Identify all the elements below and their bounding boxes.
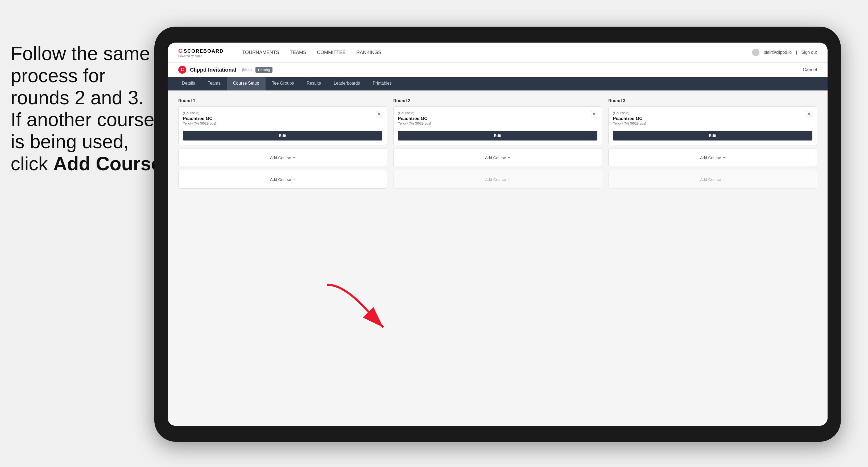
- scoreboard-logo: C SCOREBOARD Powered by clippd: [178, 48, 223, 58]
- round-1-remove-button[interactable]: ✕: [376, 111, 382, 117]
- round-1-add-label-2: Add Course: [270, 177, 291, 182]
- nav-committee[interactable]: COMMITTEE: [317, 49, 346, 56]
- nav-rankings[interactable]: RANKINGS: [356, 49, 381, 56]
- round-1-add-label-1: Add Course: [270, 155, 291, 160]
- round-3-add-label-1: Add Course: [700, 155, 721, 160]
- tournament-name: Clippd Invitational: [190, 67, 236, 73]
- men-badge: (Men): [242, 68, 252, 72]
- tablet-device: C SCOREBOARD Powered by clippd TOURNAMEN…: [154, 27, 841, 442]
- round-2-edit-button[interactable]: Edit: [398, 131, 597, 141]
- round-2-add-course-2: Add Course +: [393, 170, 602, 189]
- instruction-line1: Follow the same: [11, 43, 150, 64]
- round-2-add-course-1[interactable]: Add Course +: [393, 148, 602, 167]
- tab-course-setup[interactable]: Course Setup: [227, 77, 266, 91]
- round-3-course-tag: (Course A): [613, 111, 646, 115]
- instruction-bold: Add Course.: [53, 153, 167, 174]
- round-1-course-details: Yellow (M) (6629 yds): [183, 121, 216, 125]
- round-2-card-header: (Course A) Peachtree GC Yellow (M) (6629…: [398, 111, 597, 125]
- clippd-icon: C: [178, 66, 186, 74]
- round-3-plus-icon-2: +: [723, 177, 725, 182]
- round-3-card-header: (Course A) Peachtree GC Yellow (M) (6629…: [613, 111, 812, 125]
- main-content: Round 1 (Course A) Peachtree GC Yellow (…: [168, 91, 828, 426]
- round-2-add-label-2: Add Course: [485, 177, 506, 182]
- tablet-screen: C SCOREBOARD Powered by clippd TOURNAMEN…: [168, 42, 828, 426]
- instruction-line3: rounds 2 and 3.: [11, 87, 144, 108]
- round-1-course-name: Peachtree GC: [183, 116, 216, 121]
- logo-title: C SCOREBOARD: [178, 48, 223, 54]
- user-email: blair@clippd.io: [764, 50, 792, 55]
- instruction-line4: If another course: [11, 109, 154, 130]
- user-avatar: [752, 49, 760, 56]
- top-navigation: C SCOREBOARD Powered by clippd TOURNAMEN…: [168, 42, 828, 63]
- round-3-course-info: (Course A) Peachtree GC Yellow (M) (6629…: [613, 111, 646, 125]
- tab-results[interactable]: Results: [301, 77, 327, 91]
- rounds-grid: Round 1 (Course A) Peachtree GC Yellow (…: [178, 98, 817, 192]
- round-3-remove-button[interactable]: ✕: [806, 111, 812, 117]
- tab-leaderboards[interactable]: Leaderboards: [327, 77, 366, 91]
- tab-teams[interactable]: Teams: [202, 77, 227, 91]
- round-2-column: Round 2 (Course A) Peachtree GC Yellow (…: [393, 98, 602, 192]
- logo-c-letter: C: [178, 48, 183, 54]
- round-1-add-course-2[interactable]: Add Course +: [178, 170, 387, 189]
- round-1-add-course-1[interactable]: Add Course +: [178, 148, 387, 167]
- nav-right: blair@clippd.io | Sign out: [752, 49, 817, 56]
- round-1-card-header: (Course A) Peachtree GC Yellow (M) (6629…: [183, 111, 382, 125]
- hosting-badge: Hosting: [255, 67, 273, 73]
- round-2-course-info: (Course A) Peachtree GC Yellow (M) (6629…: [398, 111, 431, 125]
- round-1-plus-icon-1: +: [293, 155, 295, 160]
- round-3-course-card: (Course A) Peachtree GC Yellow (M) (6629…: [608, 106, 817, 145]
- round-3-course-details: Yellow (M) (6629 yds): [613, 121, 646, 125]
- sign-out-link[interactable]: Sign out: [801, 50, 817, 55]
- nav-separator: |: [796, 50, 797, 55]
- round-2-label: Round 2: [393, 98, 602, 103]
- round-3-course-name: Peachtree GC: [613, 116, 646, 121]
- round-3-plus-icon-1: +: [723, 155, 725, 160]
- round-1-course-tag: (Course A): [183, 111, 216, 115]
- round-2-course-card: (Course A) Peachtree GC Yellow (M) (6629…: [393, 106, 602, 145]
- round-1-course-info: (Course A) Peachtree GC Yellow (M) (6629…: [183, 111, 216, 125]
- round-2-plus-icon-2: +: [508, 177, 510, 182]
- round-2-plus-icon-1: +: [508, 155, 510, 160]
- round-2-course-name: Peachtree GC: [398, 116, 431, 121]
- tabs-bar: Details Teams Course Setup Tee Groups Re…: [168, 77, 828, 91]
- sub-header-left: C Clippd Invitational (Men) Hosting: [178, 66, 273, 74]
- round-3-add-course-2: Add Course +: [608, 170, 817, 189]
- cancel-button[interactable]: Cancel: [803, 67, 817, 72]
- nav-links: TOURNAMENTS TEAMS COMMITTEE RANKINGS: [242, 49, 739, 56]
- logo-text: SCOREBOARD: [184, 49, 223, 54]
- round-3-column: Round 3 (Course A) Peachtree GC Yellow (…: [608, 98, 817, 192]
- instruction-line6: click: [11, 153, 53, 174]
- round-2-add-label-1: Add Course: [485, 155, 506, 160]
- tab-details[interactable]: Details: [176, 77, 202, 91]
- round-3-add-course-1[interactable]: Add Course +: [608, 148, 817, 167]
- tab-tee-groups[interactable]: Tee Groups: [266, 77, 301, 91]
- round-3-add-label-2: Add Course: [700, 177, 721, 182]
- round-3-label: Round 3: [608, 98, 817, 103]
- round-1-label: Round 1: [178, 98, 387, 103]
- instruction-line2: process for: [11, 65, 105, 86]
- round-3-edit-button[interactable]: Edit: [613, 131, 812, 141]
- tab-printables[interactable]: Printables: [366, 77, 398, 91]
- round-2-course-details: Yellow (M) (6629 yds): [398, 121, 431, 125]
- round-2-course-tag: (Course A): [398, 111, 431, 115]
- round-1-edit-button[interactable]: Edit: [183, 131, 382, 141]
- round-1-course-card: (Course A) Peachtree GC Yellow (M) (6629…: [178, 106, 387, 145]
- nav-teams[interactable]: TEAMS: [290, 49, 306, 56]
- round-2-remove-button[interactable]: ✕: [591, 111, 597, 117]
- round-1-plus-icon-2: +: [293, 177, 295, 182]
- nav-tournaments[interactable]: TOURNAMENTS: [242, 49, 279, 56]
- logo-subtitle: Powered by clippd: [178, 54, 223, 58]
- round-1-column: Round 1 (Course A) Peachtree GC Yellow (…: [178, 98, 387, 192]
- instruction-line5: is being used,: [11, 131, 129, 152]
- sub-header: C Clippd Invitational (Men) Hosting Canc…: [168, 63, 828, 77]
